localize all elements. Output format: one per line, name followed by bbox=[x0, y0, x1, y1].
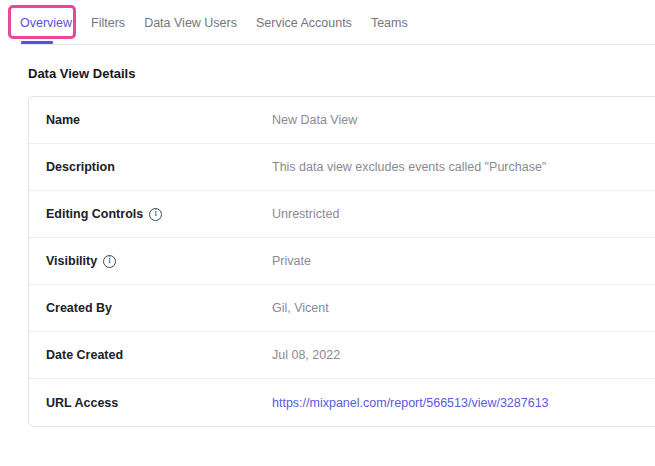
table-row-date-created: Date Created Jul 08, 2022 bbox=[29, 332, 655, 379]
row-label-text: Name bbox=[46, 113, 80, 127]
tab-filters[interactable]: Filters bbox=[91, 1, 125, 45]
tab-overview[interactable]: Overview bbox=[20, 1, 72, 45]
row-label: Editing Controls i bbox=[46, 207, 272, 221]
data-view-details-card: Name New Data View Description This data… bbox=[28, 96, 655, 427]
row-value: https://mixpanel.com/report/566513/view/… bbox=[272, 396, 549, 410]
row-value: Unrestricted bbox=[272, 207, 339, 221]
row-label: URL Access bbox=[46, 396, 272, 410]
row-value: Gil, Vicent bbox=[272, 301, 329, 315]
row-label: Date Created bbox=[46, 348, 272, 362]
table-row-description: Description This data view excludes even… bbox=[29, 144, 655, 191]
row-label: Created By bbox=[46, 301, 272, 315]
row-value: New Data View bbox=[272, 113, 357, 127]
row-label: Visibility i bbox=[46, 254, 272, 268]
info-icon[interactable]: i bbox=[149, 208, 162, 221]
table-row-editing-controls: Editing Controls i Unrestricted bbox=[29, 191, 655, 238]
tab-data-view-users[interactable]: Data View Users bbox=[144, 1, 237, 45]
tab-service-accounts-label: Service Accounts bbox=[256, 16, 352, 30]
tab-filters-label: Filters bbox=[91, 16, 125, 30]
row-label-text: Description bbox=[46, 160, 115, 174]
table-row-created-by: Created By Gil, Vicent bbox=[29, 285, 655, 332]
tab-data-view-users-label: Data View Users bbox=[144, 16, 237, 30]
table-row-visibility: Visibility i Private bbox=[29, 238, 655, 285]
row-label: Description bbox=[46, 160, 272, 174]
table-row-url-access: URL Access https://mixpanel.com/report/5… bbox=[29, 379, 655, 426]
row-label-text: URL Access bbox=[46, 396, 118, 410]
settings-tab-bar: Overview Filters Data View Users Service… bbox=[0, 0, 655, 45]
tab-service-accounts[interactable]: Service Accounts bbox=[256, 1, 352, 45]
row-value: This data view excludes events called "P… bbox=[272, 160, 546, 174]
row-label-text: Date Created bbox=[46, 348, 123, 362]
row-label-text: Editing Controls bbox=[46, 207, 143, 221]
row-label-text: Created By bbox=[46, 301, 112, 315]
row-label: Name bbox=[46, 113, 272, 127]
row-value: Private bbox=[272, 254, 311, 268]
row-value: Jul 08, 2022 bbox=[272, 348, 340, 362]
active-tab-underline bbox=[21, 41, 53, 44]
data-view-url-link[interactable]: https://mixpanel.com/report/566513/view/… bbox=[272, 396, 549, 410]
tab-teams-label: Teams bbox=[371, 16, 408, 30]
tab-teams[interactable]: Teams bbox=[371, 1, 408, 45]
section-title: Data View Details bbox=[28, 66, 655, 81]
table-row-name: Name New Data View bbox=[29, 97, 655, 144]
row-label-text: Visibility bbox=[46, 254, 97, 268]
info-icon[interactable]: i bbox=[103, 255, 116, 268]
tab-overview-label: Overview bbox=[20, 16, 72, 30]
